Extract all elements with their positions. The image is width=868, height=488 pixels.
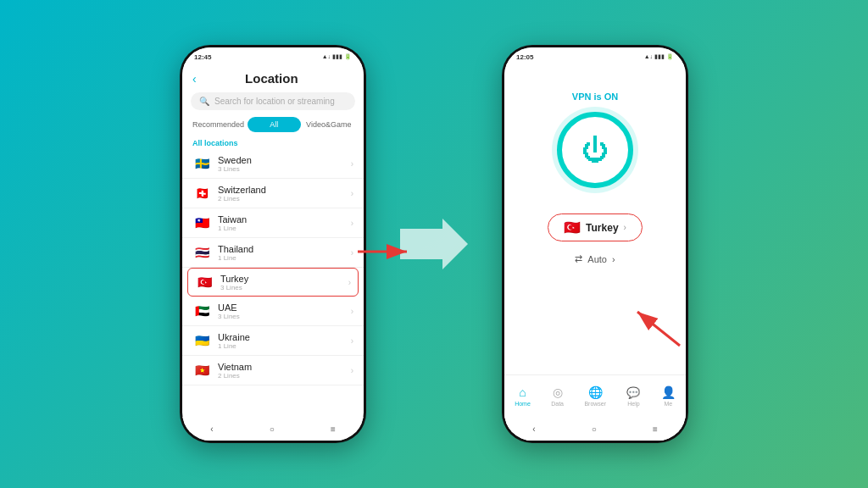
list-item-vietnam[interactable]: 🇻🇳 Vietnam 2 Lines › — [182, 356, 364, 385]
vpn-turkey-chevron: › — [624, 223, 626, 232]
flag-vietnam: 🇻🇳 — [192, 361, 211, 380]
chevron-vietnam: › — [351, 366, 353, 375]
country-lines-vietnam: 2 Lines — [218, 372, 351, 380]
flag-uae: 🇦🇪 — [192, 302, 211, 320]
browser-icon: 🌐 — [588, 385, 603, 399]
flag-ukraine: 🇺🇦 — [192, 331, 211, 350]
tab-data[interactable]: ◎ Data — [551, 385, 564, 407]
left-status-time: 12:45 — [194, 53, 211, 61]
vpn-turkey-name: Turkey — [586, 222, 618, 234]
country-lines-taiwan: 1 Line — [218, 225, 351, 232]
vpn-auto-chevron: › — [612, 254, 615, 264]
android-recents[interactable]: ≡ — [331, 424, 336, 434]
country-name-sweden: Sweden — [218, 155, 351, 165]
tab-me[interactable]: 👤 Me — [661, 385, 676, 407]
tab-bar: Recommended All Video&Game — [191, 117, 355, 132]
back-button[interactable]: ‹ — [192, 72, 197, 86]
android-home[interactable]: ○ — [270, 424, 275, 434]
right-tab-nav: ⌂ Home ◎ Data 🌐 Browser 💬 — [504, 374, 686, 417]
search-placeholder: Search for location or streaming — [214, 97, 335, 106]
list-item-turkey[interactable]: 🇹🇷 Turkey 3 Lines › — [187, 268, 359, 297]
country-lines-ukraine: 1 Line — [218, 342, 351, 350]
tab-home[interactable]: ⌂ Home — [515, 385, 531, 407]
vpn-status-label: VPN is ON — [572, 92, 618, 102]
list-item-switzerland[interactable]: 🇨🇭 Switzerland 2 Lines › — [182, 179, 364, 208]
flag-turkey: 🇹🇷 — [195, 273, 214, 291]
list-item-ukraine[interactable]: 🇺🇦 Ukraine 1 Line › — [182, 326, 364, 356]
tab-recommended[interactable]: Recommended — [191, 117, 246, 132]
right-android-home[interactable]: ○ — [592, 424, 597, 434]
country-name-switzerland: Switzerland — [218, 185, 351, 195]
data-label: Data — [551, 401, 564, 407]
me-label: Me — [664, 401, 672, 407]
android-back[interactable]: ‹ — [210, 424, 213, 434]
tab-all[interactable]: All — [248, 117, 300, 132]
vpn-turkey-flag: 🇹🇷 — [564, 219, 581, 236]
right-status-icons: ▲↓ ▮▮▮ 🔋 — [644, 53, 674, 60]
right-android-back[interactable]: ‹ — [532, 424, 535, 434]
country-name-uae: UAE — [218, 302, 351, 313]
vpn-screen: VPN is ON ⏻ 🇹🇷 Turkey › ⇄ Auto — [504, 66, 686, 441]
tab-videogame[interactable]: Video&Game — [303, 117, 355, 132]
list-item-uae[interactable]: 🇦🇪 UAE 3 Lines › — [182, 297, 364, 326]
country-info-vietnam: Vietnam 2 Lines — [218, 362, 351, 380]
country-lines-switzerland: 2 Lines — [218, 195, 351, 202]
home-icon: ⌂ — [519, 385, 526, 399]
red-arrow-right — [629, 303, 697, 354]
country-info-ukraine: Ukraine 1 Line — [218, 332, 351, 350]
chevron-taiwan: › — [351, 219, 353, 228]
country-list: 🇸🇪 Sweden 3 Lines › 🇨🇭 Switzerland 2 Lin… — [182, 149, 364, 417]
red-arrow-left — [358, 235, 426, 269]
signal-icons: ▲↓ ▮▮▮ 🔋 — [322, 53, 352, 60]
left-phone: 12:45 ▲↓ ▮▮▮ 🔋 ‹ Location 🔍 Search for l… — [180, 45, 366, 443]
country-name-vietnam: Vietnam — [218, 362, 351, 372]
list-item-taiwan[interactable]: 🇹🇼 Taiwan 1 Line › — [182, 208, 364, 238]
data-icon: ◎ — [553, 385, 563, 399]
country-name-turkey: Turkey — [220, 274, 348, 284]
vpn-auto-icon: ⇄ — [575, 253, 582, 264]
right-phone-container: 12:05 ▲↓ ▮▮▮ 🔋 VPN is ON ⏻ 🇹🇷 Turkey › — [502, 45, 688, 443]
country-name-taiwan: Taiwan — [218, 214, 351, 225]
list-item-thailand[interactable]: 🇹🇭 Thailand 1 Line › — [182, 238, 364, 268]
country-info-thailand: Thailand 1 Line — [218, 244, 351, 262]
tab-help[interactable]: 💬 Help — [626, 386, 640, 407]
chevron-sweden: › — [351, 159, 353, 169]
vpn-auto-label: Auto — [587, 254, 607, 264]
country-lines-thailand: 1 Line — [218, 254, 351, 262]
right-bottom-nav: ‹ ○ ≡ — [504, 417, 686, 441]
search-bar[interactable]: 🔍 Search for location or streaming — [191, 92, 355, 110]
left-phone-container: 12:45 ▲↓ ▮▮▮ 🔋 ‹ Location 🔍 Search for l… — [180, 45, 366, 443]
power-ring[interactable]: ⏻ — [557, 112, 633, 188]
vpn-turkey-button[interactable]: 🇹🇷 Turkey › — [548, 214, 643, 241]
right-phone: 12:05 ▲↓ ▮▮▮ 🔋 VPN is ON ⏻ 🇹🇷 Turkey › — [502, 45, 688, 443]
chevron-switzerland: › — [351, 189, 353, 198]
vpn-auto-button[interactable]: ⇄ Auto › — [565, 250, 625, 268]
browser-label: Browser — [584, 401, 606, 407]
home-label: Home — [515, 401, 531, 407]
chevron-uae: › — [351, 307, 353, 316]
country-info-turkey: Turkey 3 Lines — [220, 274, 348, 291]
me-icon: 👤 — [661, 385, 676, 399]
all-locations-label: All locations — [182, 136, 364, 149]
country-lines-uae: 3 Lines — [218, 313, 351, 320]
country-lines-turkey: 3 Lines — [220, 284, 348, 291]
country-lines-sweden: 3 Lines — [218, 165, 351, 173]
location-title: Location — [203, 71, 340, 86]
country-name-thailand: Thailand — [218, 244, 351, 254]
right-android-recents[interactable]: ≡ — [653, 424, 658, 434]
right-phone-inner: 12:05 ▲↓ ▮▮▮ 🔋 VPN is ON ⏻ 🇹🇷 Turkey › — [504, 47, 686, 441]
flag-taiwan: 🇹🇼 — [192, 214, 211, 232]
tab-browser[interactable]: 🌐 Browser — [584, 385, 606, 407]
flag-thailand: 🇹🇭 — [192, 243, 211, 262]
left-status-icons: ▲↓ ▮▮▮ 🔋 — [322, 53, 352, 60]
list-item-sweden[interactable]: 🇸🇪 Sweden 3 Lines › — [182, 149, 364, 179]
country-name-ukraine: Ukraine — [218, 332, 351, 342]
left-phone-inner: 12:45 ▲↓ ▮▮▮ 🔋 ‹ Location 🔍 Search for l… — [182, 47, 364, 441]
right-status-time: 12:05 — [516, 53, 533, 61]
chevron-thailand: › — [351, 248, 353, 258]
search-icon: 🔍 — [199, 97, 209, 106]
location-header: ‹ Location — [182, 66, 364, 89]
country-info-taiwan: Taiwan 1 Line — [218, 214, 351, 232]
country-info-switzerland: Switzerland 2 Lines — [218, 185, 351, 202]
chevron-turkey: › — [348, 278, 351, 287]
